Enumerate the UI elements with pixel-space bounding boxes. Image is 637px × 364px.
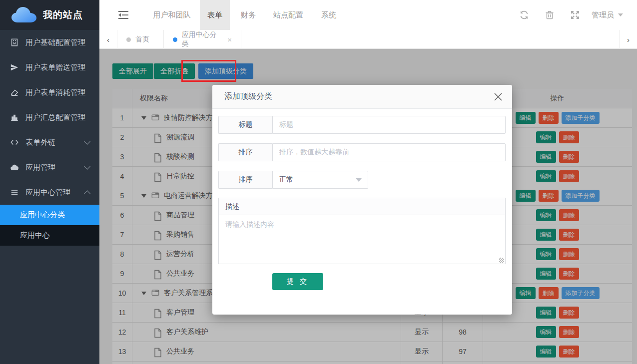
description-label: 描述 <box>218 198 506 215</box>
sidebar-item-label: 用户基础配置管理 <box>25 38 85 47</box>
modal-title: 添加顶级分类 <box>224 91 272 102</box>
sidebar-item-label: 表单外链 <box>25 138 55 147</box>
sidebar-item-6[interactable]: 应用管理 <box>0 155 99 180</box>
collapse-menu-icon[interactable] <box>118 10 128 19</box>
refresh-icon[interactable] <box>520 10 529 19</box>
nav-item-3[interactable]: 财务 <box>233 0 263 30</box>
nav-item-label: 站点配置 <box>273 10 303 20</box>
nav-item-label: 表单 <box>207 10 222 20</box>
sidebar-item-4[interactable]: 用户汇总配置管理 <box>0 105 99 130</box>
code-icon <box>10 138 19 147</box>
cloud-logo-icon <box>11 6 37 23</box>
admin-menu[interactable]: 管理员 <box>592 0 623 30</box>
tab-dot-icon <box>173 37 177 42</box>
title-field: 标题 标题 <box>218 116 506 134</box>
nav-item-label: 财务 <box>241 10 256 20</box>
sort-input[interactable]: 排序，数值越大越靠前 <box>272 143 506 161</box>
nav-item-1[interactable]: 用户和团队 <box>146 0 198 30</box>
nav-item-label: 系统 <box>321 10 336 20</box>
fullscreen-icon[interactable] <box>571 10 580 19</box>
description-textarea[interactable]: 请输入描述内容 <box>218 215 506 264</box>
nav-item-label: 用户和团队 <box>153 10 191 20</box>
tabs-scroll-right-icon[interactable]: › <box>619 30 637 49</box>
sidebar-item-label: 用户表单赠送管理 <box>25 63 85 72</box>
status-field: 排序 正常 <box>218 171 368 189</box>
sidebar-item-7[interactable]: 应用中心管理 <box>0 180 99 205</box>
send-icon <box>10 63 19 72</box>
sidebar-submenu: 应用中心分类应用中心 <box>0 205 99 246</box>
site-name: 我的站点 <box>43 8 83 21</box>
tab-dot-icon <box>126 37 131 42</box>
description-placeholder: 请输入描述内容 <box>225 220 274 228</box>
config-grid-icon <box>10 38 19 47</box>
tab-2[interactable]: 应用中心分类 × <box>164 30 241 49</box>
modal-body: 标题 标题 排序 排序，数值越大越靠前 排序 正常 描述 请输入描述内容 提 交 <box>212 109 512 290</box>
submit-button[interactable]: 提 交 <box>272 273 323 290</box>
sidebar-item-3[interactable]: 用户表单消耗管理 <box>0 80 99 105</box>
tabbar: ‹ 首页 应用中心分类 × › <box>99 30 637 49</box>
eraser-icon <box>10 88 19 97</box>
add-top-category-modal: 添加顶级分类 标题 标题 排序 排序，数值越大越靠前 排序 正常 描述 请输入描… <box>212 85 512 315</box>
nav-item-2[interactable]: 表单 <box>200 0 230 30</box>
sidebar-item-label: 应用中心管理 <box>25 188 70 197</box>
submenu-item-label: 应用中心 <box>20 231 50 240</box>
sidebar-item-1[interactable]: 用户基础配置管理 <box>0 30 99 55</box>
submenu-item-1[interactable]: 应用中心分类 <box>0 205 99 225</box>
sidebar-item-2[interactable]: 用户表单赠送管理 <box>0 55 99 80</box>
sidebar-item-label: 应用管理 <box>25 163 55 172</box>
select-caret-icon <box>356 178 362 182</box>
chevron-down-icon <box>618 13 623 16</box>
sort-field: 排序 排序，数值越大越靠前 <box>218 143 506 161</box>
modal-header: 添加顶级分类 <box>212 85 512 109</box>
topbar: 用户和团队表单财务站点配置系统 管理员 <box>99 0 637 30</box>
sidebar-item-label: 用户汇总配置管理 <box>25 113 85 122</box>
title-field-label: 标题 <box>218 116 272 134</box>
admin-label: 管理员 <box>592 10 614 20</box>
chevron-down-icon <box>84 138 90 145</box>
resize-handle[interactable] <box>499 258 504 263</box>
close-icon[interactable] <box>493 92 503 102</box>
tab-label: 首页 <box>135 35 149 44</box>
chevron-down-icon <box>84 163 90 170</box>
cloud-icon <box>10 163 19 172</box>
nav-item-5[interactable]: 系统 <box>314 0 344 30</box>
logo: 我的站点 <box>0 0 99 30</box>
tab-label: 应用中心分类 <box>182 30 223 48</box>
submenu-item-2[interactable]: 应用中心 <box>0 225 99 246</box>
annotation-highlight-box <box>181 60 236 82</box>
status-field-label: 排序 <box>218 171 272 189</box>
bar-chart-icon <box>10 113 19 122</box>
nav-item-4[interactable]: 站点配置 <box>266 0 311 30</box>
title-input[interactable]: 标题 <box>272 116 506 134</box>
trash-icon[interactable] <box>545 10 554 19</box>
sidebar-item-5[interactable]: 表单外链 <box>0 130 99 155</box>
chevron-up-icon <box>84 190 90 197</box>
sort-field-label: 排序 <box>218 143 272 161</box>
tab-1[interactable]: 首页 <box>117 30 164 49</box>
sidebar: 我的站点 用户基础配置管理 用户表单赠送管理 用户表单消耗管理 用户汇总配置管理… <box>0 0 99 364</box>
tab-close-icon[interactable]: × <box>227 35 232 44</box>
status-select[interactable]: 正常 <box>272 171 368 189</box>
status-select-value: 正常 <box>279 175 293 184</box>
tabs-scroll-left-icon[interactable]: ‹ <box>99 30 117 49</box>
sidebar-item-label: 用户表单消耗管理 <box>25 88 85 97</box>
submenu-item-label: 应用中心分类 <box>20 210 65 220</box>
list-icon <box>10 188 19 197</box>
